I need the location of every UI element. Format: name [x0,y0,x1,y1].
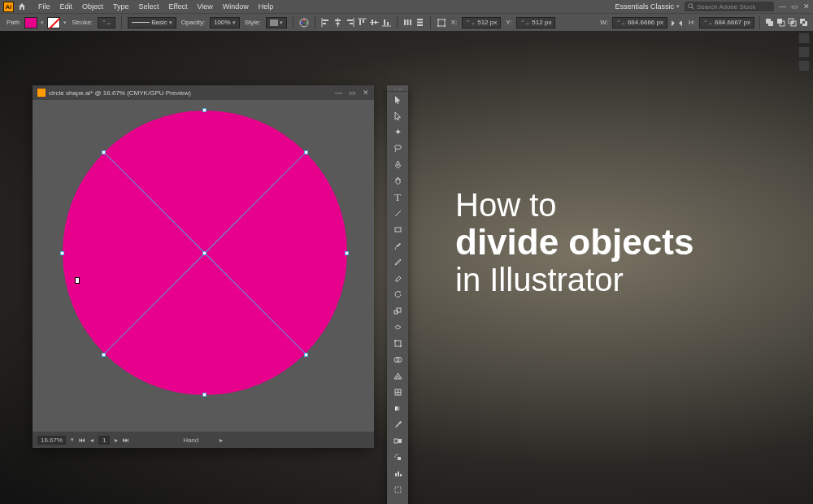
stroke-swatch[interactable] [47,17,60,28]
home-icon[interactable] [17,2,27,11]
align-top-icon[interactable] [358,18,367,27]
svg-rect-20 [375,21,376,24]
svg-rect-41 [791,21,793,24]
align-hcenter-icon[interactable] [333,18,342,27]
menu-effect[interactable]: Effect [164,2,193,11]
distribute-v-icon[interactable] [415,18,424,27]
menu-help[interactable]: Help [254,2,279,11]
magic-wand-tool[interactable]: ✦ [387,124,408,141]
shape-exclude-icon[interactable] [799,18,808,27]
paintbrush-tool[interactable] [387,238,408,254]
nav-next-icon[interactable]: ▸ [115,437,118,444]
nav-prev-icon[interactable]: ◂ [90,437,93,444]
brush-select[interactable]: Basic▾ [128,17,176,28]
pencil-tool[interactable] [387,254,408,271]
curvature-tool[interactable] [387,173,408,189]
link-wh-icon[interactable]: ⏵⏴ [670,19,685,27]
anchor-point[interactable] [304,150,308,154]
menu-window[interactable]: Window [218,2,254,11]
x-input[interactable]: ⌃⌄512 px [462,17,501,28]
document-titlebar[interactable]: circle shape.ai* @ 16.67% (CMYK/GPU Prev… [33,85,374,100]
fill-swatch[interactable] [24,17,37,28]
opacity-input[interactable]: 100%▾ [210,17,239,28]
anchor-point[interactable] [102,150,106,154]
svg-rect-67 [395,487,401,493]
direct-selection-tool[interactable] [387,108,408,124]
column-graph-tool[interactable] [387,466,408,482]
symbol-sprayer-tool[interactable] [387,450,408,466]
canvas[interactable] [33,100,374,432]
anchor-point[interactable] [202,108,207,112]
align-left-icon[interactable] [321,18,330,27]
shape-intersect-icon[interactable] [788,18,797,27]
nav-first-icon[interactable]: ⏮ [79,437,85,444]
nav-last-icon[interactable]: ⏭ [123,437,129,444]
minimize-icon[interactable]: — [779,2,786,11]
close-icon[interactable]: ✕ [803,2,810,11]
selection-tool[interactable] [387,92,408,108]
scale-tool[interactable] [387,303,408,319]
menu-type[interactable]: Type [108,2,134,11]
shape-union-icon[interactable] [765,18,774,27]
title-line-3: in Illustrator [455,262,693,298]
blend-tool[interactable] [387,433,408,450]
anchor-point[interactable] [202,393,207,397]
anchor-point[interactable] [202,251,207,255]
doc-close-icon[interactable]: ✕ [363,89,369,97]
anchor-point[interactable] [60,251,64,255]
distribute-h-icon[interactable] [403,18,412,27]
doc-minimize-icon[interactable]: — [335,89,342,97]
anchor-point[interactable] [304,353,308,357]
doc-maximize-icon[interactable]: ▭ [349,89,356,97]
window-buttons: — ▭ ✕ [779,2,810,11]
transform-icon[interactable] [437,18,446,28]
align-vcenter-icon[interactable] [370,18,379,27]
stroke-weight-input[interactable]: ⌃⌄ [98,17,115,28]
menu-object[interactable]: Object [77,2,108,11]
search-input[interactable]: Search Adobe Stock [685,2,774,11]
toolbox-grip[interactable]: ··· » [387,85,408,92]
maximize-icon[interactable]: ▭ [791,2,798,11]
menu-select[interactable]: Select [134,2,164,11]
rotate-tool[interactable] [387,287,408,303]
free-transform-tool[interactable] [387,336,408,352]
y-input[interactable]: ⌃⌄512 px [516,17,555,28]
zoom-display[interactable]: 16.67% [37,436,66,445]
anchor-point[interactable] [345,251,349,255]
align-bottom-icon[interactable] [382,18,391,27]
menu-file[interactable]: File [33,2,55,11]
workspace-switcher[interactable]: Essentials Classic ▾ [610,2,685,11]
h-input[interactable]: ⌃⌄684.6667 px [699,17,754,28]
shape-minus-icon[interactable] [776,18,785,27]
menu-view[interactable]: View [192,2,217,11]
shape-builder-tool[interactable] [387,352,408,368]
rectangle-tool[interactable] [387,222,408,238]
line-tool[interactable] [387,206,408,222]
chevron-down-icon[interactable]: ▾ [63,20,67,26]
type-tool[interactable]: T [387,189,408,206]
anchor-point[interactable] [102,353,106,357]
pen-tool[interactable] [387,157,408,173]
gradient-tool[interactable] [387,401,408,417]
artboard-tool[interactable] [387,482,408,498]
panel-tab[interactable] [798,60,810,72]
menu-edit[interactable]: Edit [55,2,78,11]
align-right-icon[interactable] [346,18,354,27]
recolor-icon[interactable] [299,18,309,28]
svg-rect-24 [404,20,406,25]
chevron-down-icon[interactable]: ▾ [71,437,74,443]
slice-tool[interactable] [387,498,408,504]
eyedropper-tool[interactable] [387,417,408,433]
style-select[interactable]: ▾ [266,17,287,28]
artboard-num[interactable]: 1 [98,436,110,445]
chevron-down-icon[interactable]: ▾ [41,20,44,26]
panel-tab[interactable] [798,33,810,44]
panel-tab[interactable] [798,46,810,58]
lasso-tool[interactable] [387,141,408,157]
eraser-tool[interactable] [387,271,408,287]
chevron-right-icon[interactable]: ▸ [220,437,223,444]
perspective-grid-tool[interactable] [387,368,408,385]
mesh-tool[interactable] [387,385,408,401]
w-input[interactable]: ⌃⌄684.6666 px [612,17,667,28]
width-tool[interactable] [387,319,408,336]
